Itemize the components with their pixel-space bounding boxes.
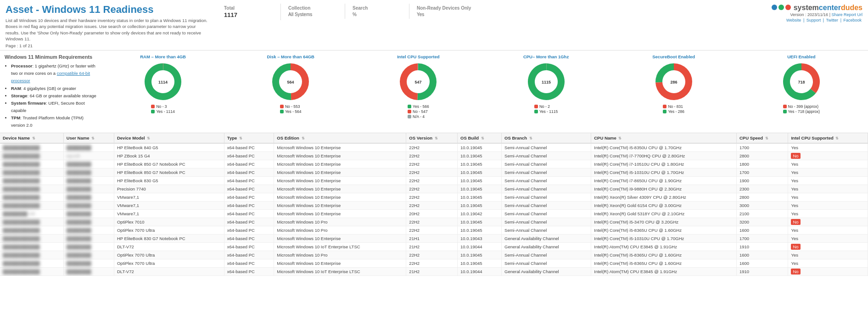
cell-cpu-name: Intel(R) Xeon(R) Gold 6154 CPU @ 3.00GHz (591, 202, 737, 210)
legend-label: No - 831 (668, 104, 683, 109)
svg-text:547: 547 (415, 80, 422, 84)
cell-device-name: ████████████ (0, 193, 63, 202)
cell-os-version: 22H2 (406, 193, 458, 202)
col-type[interactable]: Type ⇅ (224, 133, 274, 143)
cell-user-name: ████████ (63, 226, 114, 235)
donut-chart: 718 (781, 61, 822, 102)
table-row: ████████████ ████████ HP EliteBook 850 G… (0, 160, 868, 168)
page-number: Page : 1 of 21 (6, 43, 207, 48)
page-header: Asset - Windows 11 Readiness List all Wi… (0, 0, 868, 50)
total-value: 1117 (224, 11, 273, 18)
chart-legend: Yes - 566 No - 547 N/A - 4 (408, 104, 429, 119)
logo-dot-blue (772, 5, 777, 10)
cell-os-version: 21H1 (406, 235, 458, 243)
cell-cpu-name: Intel(R) Core(TM) i5-8365U CPU @ 1.60GHz (591, 226, 737, 235)
cell-os-edition: Microsoft Windows 10 Pro (274, 251, 406, 259)
col-device-name[interactable]: Device Name ⇅ (0, 133, 63, 143)
cell-os-build: 10.0.19045 (458, 143, 502, 152)
logo-links: Website | Support | Twitter | Facebook (785, 18, 862, 22)
cell-os-version: 21H2 (406, 243, 458, 251)
cell-os-edition: Microsoft Windows 10 Enterprise (274, 152, 406, 160)
legend-item: Yes - 718 (approx) (783, 109, 820, 114)
logo-center: center (819, 4, 841, 11)
table-row: ████████████ ████████ DLT-V72 x64-based … (0, 243, 868, 251)
cell-os-branch: Semi-Annual Channel (502, 202, 591, 210)
col-os-build[interactable]: OS Build ⇅ (458, 133, 502, 143)
legend-color (663, 105, 666, 108)
cell-os-version: 22H2 (406, 259, 458, 268)
col-os-version[interactable]: OS Version ⇅ (406, 133, 458, 143)
cell-device-name: ████████████ (0, 152, 63, 160)
cell-device-name: ████████████ (0, 160, 63, 168)
cell-os-build: 10.0.19042 (458, 210, 502, 218)
twitter-link[interactable]: Twitter (826, 18, 839, 22)
requirements-section: Windows 11 Minimum Requirements Processo… (5, 54, 96, 129)
legend-label: Yes - 1115 (539, 109, 558, 114)
donut-chart: 286 (653, 61, 694, 102)
cell-device-name: ████████████ (0, 251, 63, 259)
legend-color (783, 110, 787, 113)
col-os-edition[interactable]: OS Edition ⇅ (274, 133, 406, 143)
intel-no-badge: No (791, 244, 800, 250)
cell-cpu-name: Intel(R) Atom(TM) CPU E3845 @ 1.91GHz (591, 268, 737, 276)
cell-type: x64-based PC (224, 168, 274, 177)
cell-intel-supported: No (788, 243, 868, 251)
cell-os-version: 22H2 (406, 251, 458, 259)
legend-item: Yes - 564 (280, 109, 302, 114)
cell-os-build: 10.0.19045 (458, 177, 502, 185)
website-link[interactable]: Website (786, 18, 801, 22)
cell-type: x64-based PC (224, 218, 274, 226)
svg-text:1114: 1114 (158, 80, 168, 84)
logo-dot-green (778, 5, 784, 10)
support-link[interactable]: Support (806, 18, 821, 22)
donut-chart: 1115 (526, 61, 567, 102)
col-intel-supported[interactable]: Intel CPU Supported ⇅ (788, 133, 868, 143)
cell-user-name: ████████ (63, 268, 114, 276)
cell-device-name: ████████████ (0, 185, 63, 193)
cell-os-build: 10.0.19045 (458, 202, 502, 210)
cell-os-branch: General Availability Channel (502, 243, 591, 251)
req-firmware: System firmware: UEFI, Secure Boot capab… (11, 100, 96, 114)
cell-os-branch: Semi-Annual Channel (502, 259, 591, 268)
col-cpu-speed[interactable]: CPU Speed ⇅ (736, 133, 788, 143)
donut-svg: 1114 (142, 61, 184, 102)
donut-chart: 1114 (142, 61, 184, 102)
col-cpu-name[interactable]: CPU Name ⇅ (591, 133, 737, 143)
cell-cpu-name: Intel(R) Core(TM) i5-10310U CPU @ 1.70GH… (591, 168, 737, 177)
legend-color (783, 105, 787, 108)
table-row: ████████████ ████████ OptiPlex 7070 Ultr… (0, 259, 868, 268)
search-value: % (353, 12, 402, 17)
chart-legend: No - 399 (approx) Yes - 718 (approx) (783, 104, 820, 114)
cell-device-name: ████████████ (0, 226, 63, 235)
legend-label: Yes - 1114 (156, 109, 174, 114)
cell-user-name: ████████ (63, 218, 114, 226)
legend-label: Yes - 286 (668, 109, 684, 114)
cell-os-build: 10.0.19045 (458, 259, 502, 268)
legend-color (534, 105, 538, 108)
cell-cpu-speed: 2100 (736, 210, 788, 218)
cell-user-name: ████████ (63, 259, 114, 268)
facebook-link[interactable]: Facebook (843, 18, 862, 22)
legend-item: Yes - 1114 (151, 109, 174, 114)
cell-user-name: ████████ (63, 210, 114, 218)
col-os-branch[interactable]: OS Branch ⇅ (502, 133, 591, 143)
req-processor-link[interactable]: compatible 64-bit processor (11, 71, 90, 83)
collection-value: All Systems (288, 12, 337, 17)
svg-text:1115: 1115 (542, 80, 551, 84)
nonready-value: Yes (417, 12, 471, 17)
col-user-name[interactable]: User Name ⇅ (63, 133, 114, 143)
table-row: ████████████ wjuvrth HP ZBook 15 G4 x64-… (0, 152, 868, 160)
legend-item: No - 831 (663, 104, 684, 109)
search-group: Search % (345, 4, 409, 19)
cell-cpu-speed: 3200 (736, 218, 788, 226)
table-row: ████████████ ████████ VMware7,1 x64-base… (0, 193, 868, 202)
requirements-list: Processor: 1 gigahertz (GHz) or faster w… (5, 62, 96, 129)
cell-intel-supported: Yes (788, 143, 868, 152)
cell-cpu-speed: 3000 (736, 202, 788, 210)
cell-intel-supported: Yes (788, 210, 868, 218)
col-device-model[interactable]: Device Model ⇅ (114, 133, 224, 143)
cell-model: HP EliteBook 830 G5 (114, 177, 224, 185)
chart-item-0: RAM – More than 4GB 1114 No - 3 Yes - 11… (135, 54, 190, 119)
table-row: ████████ OR ████████ VMware7,1 x64-based… (0, 210, 868, 218)
cell-cpu-speed: 1700 (736, 235, 788, 243)
